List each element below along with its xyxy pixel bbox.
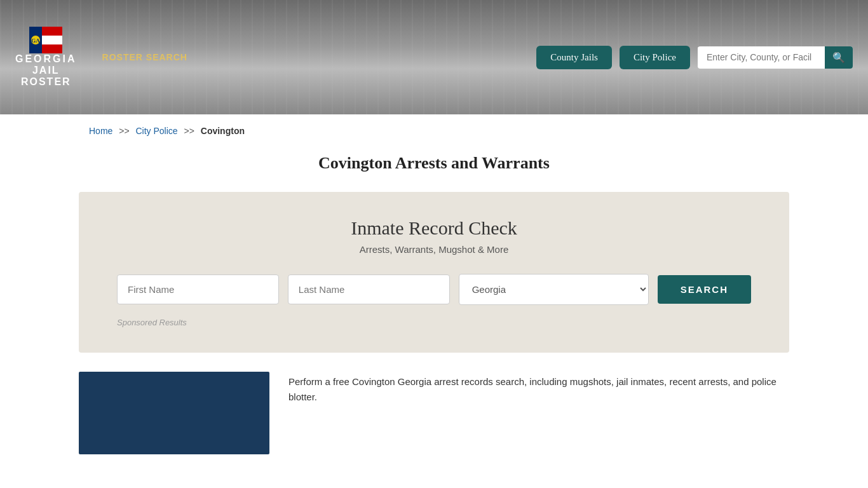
logo-jail: JAIL	[32, 65, 60, 76]
description-text: Perform a free Covington Georgia arrest …	[288, 372, 789, 405]
logo-georgia: GEORGIA	[15, 53, 77, 65]
last-name-input[interactable]	[288, 274, 450, 304]
county-jails-button[interactable]: County Jails	[536, 46, 612, 69]
header-search-input[interactable]	[698, 47, 825, 67]
record-search-form: AlabamaAlaskaArizonaArkansasCaliforniaCo…	[117, 274, 751, 305]
site-header: GA GEORGIA JAIL ROSTER ROSTER SEARCH Cou…	[0, 0, 868, 114]
search-icon: 🔍	[832, 51, 845, 64]
breadcrumb-city-police[interactable]: City Police	[136, 126, 178, 136]
state-select[interactable]: AlabamaAlaskaArizonaArkansasCaliforniaCo…	[459, 274, 649, 305]
svg-text:GA: GA	[32, 37, 41, 44]
breadcrumb-sep-1: >>	[119, 126, 129, 136]
breadcrumb-sep-2: >>	[184, 126, 194, 136]
page-title: Covington Arrests and Warrants	[0, 154, 868, 173]
breadcrumb-home[interactable]: Home	[89, 126, 112, 136]
record-box-subtitle: Arrests, Warrants, Mugshot & More	[117, 244, 751, 255]
inmate-record-box: Inmate Record Check Arrests, Warrants, M…	[79, 192, 789, 353]
header-search-button[interactable]: 🔍	[825, 46, 853, 69]
first-name-input[interactable]	[117, 274, 279, 304]
covington-image	[79, 372, 269, 454]
breadcrumb-current: Covington	[201, 126, 245, 136]
header-nav: County Jails City Police 🔍	[536, 46, 853, 69]
breadcrumb: Home >> City Police >> Covington	[0, 114, 868, 147]
georgia-flag-icon: GA	[29, 27, 62, 53]
city-police-button[interactable]: City Police	[620, 46, 690, 69]
header-search-bar: 🔍	[698, 46, 853, 69]
bottom-section: Perform a free Covington Georgia arrest …	[79, 372, 789, 454]
record-box-title: Inmate Record Check	[117, 217, 751, 239]
logo-roster: ROSTER	[21, 76, 71, 88]
search-button[interactable]: SEARCH	[658, 275, 751, 304]
site-logo: GA GEORGIA JAIL ROSTER	[15, 27, 77, 88]
roster-search-link[interactable]: ROSTER SEARCH	[102, 52, 187, 62]
sponsored-label: Sponsored Results	[117, 318, 751, 327]
